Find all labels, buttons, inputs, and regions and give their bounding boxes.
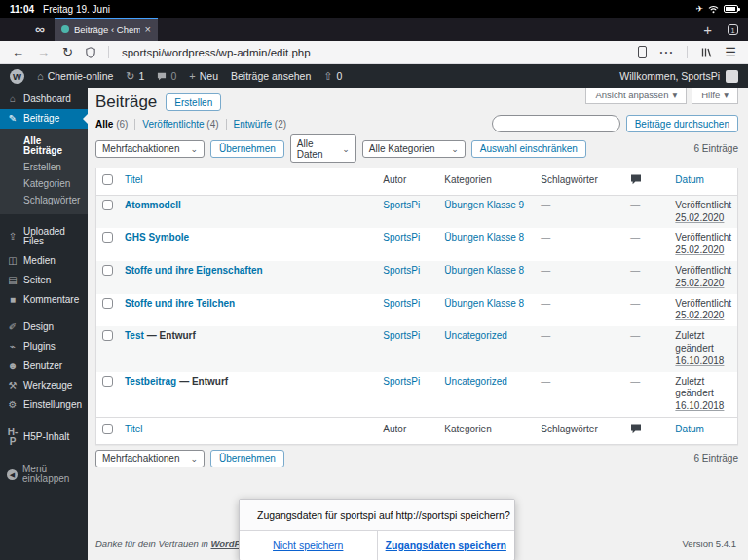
filter-button[interactable]: Auswahl einschränken	[471, 140, 586, 158]
search-posts-button[interactable]: Beiträge durchsuchen	[626, 115, 738, 132]
reload-icon[interactable]: ↻	[62, 46, 73, 58]
sidebar-item[interactable]: ✎ Beiträge	[0, 109, 88, 129]
category-filter-select[interactable]: Alle Kategorien ⌄	[362, 140, 466, 158]
sort-date-header[interactable]: Datum	[675, 174, 703, 185]
sidebar-item[interactable]: ⌂ Dashboard	[0, 90, 88, 109]
category-link[interactable]: Uncategorized	[444, 376, 506, 387]
shield-icon[interactable]	[86, 47, 95, 58]
comments-link[interactable]: 0	[157, 70, 176, 82]
sidebar-item-h5p[interactable]: H-P H5P-Inhalt	[0, 423, 88, 452]
url-field[interactable]: sportspi/wordpress/wp-admin/edit.php	[122, 47, 625, 58]
sort-date-header[interactable]: Datum	[675, 424, 703, 434]
menu-item-icon: ⚒	[7, 381, 19, 391]
help-button[interactable]: Hilfe ▾	[692, 88, 738, 104]
author-link[interactable]: SportsPi	[383, 200, 420, 210]
save-credentials-button[interactable]: Zugangsdaten speichern	[378, 531, 515, 560]
library-icon[interactable]	[700, 47, 712, 58]
row-checkbox[interactable]	[102, 200, 113, 210]
row-checkbox[interactable]	[102, 376, 113, 387]
author-link[interactable]: SportsPi	[383, 265, 420, 276]
footer-thanks: Danke für dein Vertrauen in WordPress.	[95, 539, 262, 549]
updates-link[interactable]: ↻ 1	[126, 70, 144, 82]
category-link[interactable]: Uncategorized	[444, 330, 506, 341]
sidebar-item[interactable]: ⌁ Plugins	[0, 337, 88, 356]
apply-button-bottom[interactable]: Übernehmen	[210, 450, 284, 467]
submenu-item[interactable]: Alle Beiträge	[0, 132, 88, 159]
sidebar-item[interactable]: ⚒ Werkzeuge	[0, 376, 88, 395]
tab-counter[interactable]: 1	[728, 24, 738, 35]
screen-options-button[interactable]: Ansicht anpassen ▾	[585, 88, 687, 104]
category-link[interactable]: Übungen Klasse 8	[444, 265, 524, 276]
mask-icon[interactable]: ∞	[35, 22, 45, 36]
post-title-link[interactable]: GHS Symbole	[125, 232, 189, 243]
dont-save-button[interactable]: Nicht speichern	[240, 531, 378, 560]
menu-icon[interactable]: ☰	[725, 45, 736, 59]
view-posts-link[interactable]: Beiträge ansehen	[231, 70, 311, 82]
site-favicon	[61, 25, 69, 33]
back-icon[interactable]: ←	[12, 46, 24, 58]
browser-tab[interactable]: Beiträge ‹ Chemie-o ×	[55, 18, 158, 41]
sort-title-header[interactable]: Titel	[125, 174, 143, 185]
select-all-checkbox[interactable]	[102, 424, 113, 434]
new-tab-icon[interactable]: +	[703, 22, 712, 37]
search-input[interactable]	[492, 115, 620, 132]
post-title-link[interactable]: Test	[125, 330, 144, 341]
save-login-doorhanger: Zugangsdaten für sportspi auf http://spo…	[239, 499, 515, 560]
sidebar-item[interactable]: ■ Kommentare	[0, 290, 88, 310]
bulk-action-select-bottom[interactable]: Mehrfachaktionen ⌄	[95, 450, 205, 467]
sidebar-item[interactable]: ▤ Seiten	[0, 271, 88, 290]
row-checkbox[interactable]	[102, 298, 113, 309]
tab-close-icon[interactable]: ×	[145, 23, 151, 35]
submenu-item[interactable]: Kategorien	[0, 175, 88, 192]
category-link[interactable]: Übungen Klasse 9	[444, 200, 524, 210]
site-name-link[interactable]: ⌂ Chemie-online	[37, 70, 113, 82]
post-title-link[interactable]: Atommodell	[125, 200, 181, 210]
status-filter-link[interactable]: Veröffentlichte (4)	[134, 119, 218, 130]
select-all-checkbox[interactable]	[102, 174, 113, 185]
device-view-icon[interactable]	[638, 46, 647, 58]
row-checkbox[interactable]	[102, 232, 113, 243]
author-link[interactable]: SportsPi	[383, 376, 420, 387]
submenu-item[interactable]: Schlagwörter	[0, 192, 88, 208]
date: Freitag 19. Juni	[43, 4, 110, 15]
sort-title-header[interactable]: Titel	[125, 424, 143, 434]
comments-value: —	[630, 376, 640, 387]
new-content-link[interactable]: + Neu	[189, 70, 218, 82]
sidebar-item[interactable]: ☻ Benutzer	[0, 356, 88, 376]
category-link[interactable]: Übungen Klasse 8	[444, 298, 524, 309]
author-link[interactable]: SportsPi	[383, 298, 420, 309]
comments-value: —	[630, 232, 640, 243]
upload-queue-link[interactable]: ⇧ 0	[323, 70, 342, 82]
menu-item-icon: ■	[7, 295, 19, 305]
menu-item-label: Werkzeuge	[23, 381, 72, 391]
chevron-down-icon: ▾	[724, 90, 729, 100]
add-new-post-button[interactable]: Erstellen	[166, 93, 221, 111]
wordpress-logo-icon[interactable]: W	[10, 69, 24, 84]
bulk-action-select[interactable]: Mehrfachaktionen ⌄	[95, 140, 205, 158]
footer-version: Version 5.4.1	[683, 539, 736, 549]
submenu-item[interactable]: Erstellen	[0, 159, 88, 175]
sidebar-item[interactable]: ⇪ Uploaded Files	[0, 222, 88, 251]
sidebar-item[interactable]: ◫ Medien	[0, 251, 88, 271]
post-title-link[interactable]: Stoffe und ihre Teilchen	[125, 298, 235, 309]
post-title-link[interactable]: Stoffe und ihre Eigenschaften	[125, 265, 263, 276]
row-checkbox[interactable]	[102, 330, 113, 341]
avatar[interactable]	[726, 70, 738, 83]
forward-icon[interactable]: →	[37, 46, 50, 58]
row-checkbox[interactable]	[102, 265, 113, 276]
apply-button[interactable]: Übernehmen	[210, 140, 284, 158]
date-status: Zuletzt geändert	[675, 376, 731, 401]
account-greeting[interactable]: Willkommen, SportsPi	[619, 70, 720, 82]
date-filter-select[interactable]: Alle Daten ⌄	[290, 134, 356, 163]
status-filter-link[interactable]: Alle (6)	[95, 119, 128, 130]
sidebar-item[interactable]: ✐ Design	[0, 317, 88, 337]
more-options-icon[interactable]: ···	[659, 46, 674, 59]
collapse-menu-button[interactable]: ◀ Menü einklappen	[0, 460, 88, 489]
post-title-link[interactable]: Testbeitrag	[125, 376, 176, 387]
status-filter-link[interactable]: Entwürfe (2)	[226, 119, 286, 130]
menu-item-icon: ☻	[7, 361, 19, 371]
author-link[interactable]: SportsPi	[383, 330, 420, 341]
category-link[interactable]: Übungen Klasse 8	[444, 232, 524, 243]
author-link[interactable]: SportsPi	[383, 232, 420, 243]
sidebar-item[interactable]: ⚙ Einstellungen	[0, 395, 88, 415]
